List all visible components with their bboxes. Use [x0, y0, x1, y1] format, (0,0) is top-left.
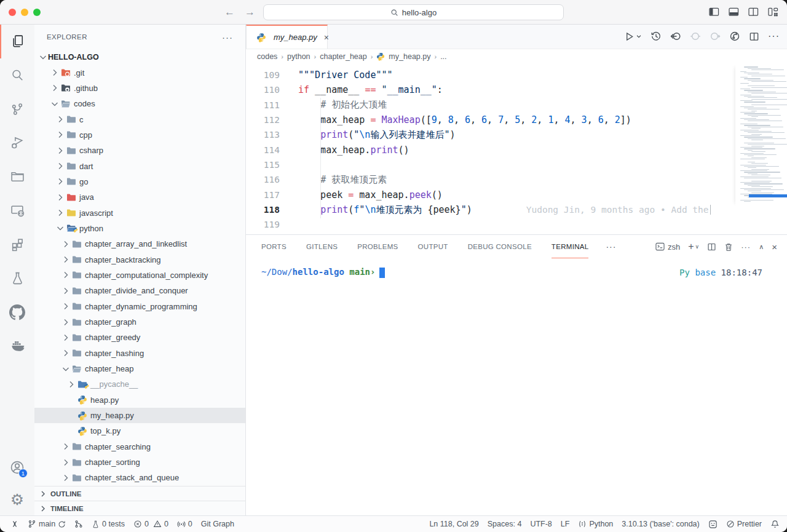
- terminal[interactable]: ~/Dow/hello-algo main› Py base 18:18:47: [246, 258, 787, 515]
- tree-item-javascript[interactable]: javascript: [34, 205, 245, 220]
- panel-more-tabs-icon[interactable]: ···: [606, 242, 616, 252]
- split-terminal-icon[interactable]: [707, 242, 716, 252]
- tree-item-cpp[interactable]: cpp: [34, 127, 245, 143]
- activity-extensions[interactable]: [0, 228, 34, 261]
- activity-explorer[interactable]: [0, 25, 34, 58]
- toggle-sidebar-icon[interactable]: [709, 7, 719, 17]
- breadcrumb-item[interactable]: codes: [257, 52, 277, 61]
- git-action-icon[interactable]: [729, 31, 740, 42]
- tree-item-csharp[interactable]: csharp: [34, 143, 245, 158]
- outline-section[interactable]: OUTLINE: [34, 486, 245, 501]
- panel-tab-debug-console[interactable]: DEBUG CONSOLE: [468, 235, 532, 258]
- tree-item-chapter-array-and-linkedlist[interactable]: chapter_array_and_linkedlist: [34, 236, 245, 252]
- status-encoding[interactable]: UTF-8: [526, 520, 556, 528]
- tree-item-chapter-dynamic-programming[interactable]: chapter_dynamic_programming: [34, 299, 245, 314]
- zoom-window-button[interactable]: [33, 9, 41, 16]
- activity-remote-explorer[interactable]: [0, 194, 34, 228]
- navigate-back-icon[interactable]: ←: [224, 6, 235, 18]
- close-panel-icon[interactable]: ×: [772, 242, 777, 252]
- terminal-profile[interactable]: zsh: [655, 242, 680, 252]
- forward-disabled-icon[interactable]: [710, 31, 721, 42]
- tree-item-chapter-divide-and-conquer[interactable]: chapter_divide_and_conquer: [34, 283, 245, 298]
- status-interpreter[interactable]: 3.10.13 ('base': conda): [617, 520, 703, 528]
- panel-more-actions-icon[interactable]: ···: [741, 242, 751, 252]
- status-notifications[interactable]: [766, 520, 780, 529]
- status-tests[interactable]: 0 tests: [87, 516, 129, 532]
- tree-item-chapter-computational-complexity[interactable]: chapter_computational_complexity: [34, 268, 245, 283]
- panel-tab-ports[interactable]: PORTS: [261, 235, 287, 258]
- tree-item-chapter-heap[interactable]: chapter_heap: [34, 361, 245, 376]
- tree-item-codes[interactable]: codes: [34, 96, 245, 111]
- status-extension-box[interactable]: [704, 520, 722, 529]
- navigate-forward-icon[interactable]: →: [245, 6, 255, 18]
- tree-item-chapter-greedy[interactable]: chapter_greedy: [34, 330, 245, 345]
- status-indentation[interactable]: Spaces: 4: [483, 520, 526, 528]
- activity-project-folder[interactable]: [0, 160, 34, 194]
- status-language[interactable]: Python: [574, 520, 617, 528]
- close-window-button[interactable]: [9, 9, 16, 16]
- breadcrumb-item[interactable]: chapter_heap: [320, 52, 366, 61]
- back-disabled-icon[interactable]: [690, 31, 701, 42]
- close-tab-icon[interactable]: ×: [324, 33, 329, 42]
- status-problems[interactable]: 0 0: [129, 516, 173, 532]
- status-feedback[interactable]: 0: [173, 516, 197, 532]
- trash-icon[interactable]: [724, 242, 733, 252]
- remote-indicator[interactable]: [6, 516, 23, 532]
- activity-docker[interactable]: [0, 329, 34, 363]
- command-center-search[interactable]: hello-algo: [263, 4, 564, 20]
- new-terminal-button[interactable]: +∨: [688, 241, 699, 252]
- tab-my-heap-py[interactable]: my_heap.py ×: [246, 25, 328, 49]
- run-python-file-button[interactable]: [624, 31, 642, 42]
- panel-tab-problems[interactable]: PROBLEMS: [357, 235, 398, 258]
- status-git-graph[interactable]: Git Graph: [197, 516, 239, 532]
- status-cursor-position[interactable]: Ln 118, Col 29: [425, 520, 483, 528]
- timeline-history-icon[interactable]: [651, 31, 662, 42]
- status-branch[interactable]: main: [23, 516, 70, 532]
- breadcrumb-item[interactable]: ...: [440, 52, 446, 61]
- activity-accounts[interactable]: 1: [0, 451, 34, 483]
- minimap-slider[interactable]: [749, 194, 787, 197]
- minimap[interactable]: [735, 64, 787, 207]
- tree-item--git[interactable]: .git: [34, 65, 245, 80]
- tree-item--github[interactable]: .github: [34, 81, 245, 96]
- more-actions-icon[interactable]: ···: [768, 31, 780, 42]
- activity-search[interactable]: [0, 58, 34, 92]
- tree-item-my-heap-py[interactable]: my_heap.py: [34, 408, 245, 423]
- tree-item-java[interactable]: java: [34, 189, 245, 205]
- breadcrumb-item[interactable]: my_heap.py: [389, 52, 430, 61]
- tree-item--pycache-[interactable]: __pycache__: [34, 376, 245, 392]
- activity-run-debug[interactable]: [0, 126, 34, 160]
- tree-item-chapter-searching[interactable]: chapter_searching: [34, 439, 245, 455]
- tree-item-root[interactable]: HELLO-ALGO: [34, 49, 245, 65]
- tree-item-chapter-backtracking[interactable]: chapter_backtracking: [34, 252, 245, 267]
- activity-source-control[interactable]: [0, 92, 34, 126]
- tree-item-heap-py[interactable]: heap.py: [34, 392, 245, 408]
- maximize-panel-icon[interactable]: ∧: [759, 243, 764, 251]
- tree-item-top-k-py[interactable]: top_k.py: [34, 423, 245, 439]
- activity-testing[interactable]: [0, 261, 34, 295]
- split-editor-right-icon[interactable]: [748, 7, 759, 17]
- breadcrumb-item[interactable]: python: [287, 52, 310, 61]
- customize-layout-icon[interactable]: [768, 7, 778, 17]
- panel-tab-gitlens[interactable]: GITLENS: [306, 235, 338, 258]
- tree-item-go[interactable]: go: [34, 174, 245, 189]
- tree-item-c[interactable]: c: [34, 111, 245, 127]
- status-eol[interactable]: LF: [556, 520, 574, 528]
- tree-item-chapter-sorting[interactable]: chapter_sorting: [34, 455, 245, 470]
- tree-item-chapter-hashing[interactable]: chapter_hashing: [34, 346, 245, 361]
- tree-item-chapter-graph[interactable]: chapter_graph: [34, 314, 245, 330]
- code-editor[interactable]: 109"""Driver Code""" 110if __name__ == "…: [246, 64, 787, 234]
- activity-github[interactable]: [0, 295, 34, 329]
- panel-tab-output[interactable]: OUTPUT: [418, 235, 448, 258]
- split-editor-icon[interactable]: [749, 31, 759, 42]
- tree-item-python[interactable]: python: [34, 221, 245, 236]
- minimize-window-button[interactable]: [21, 9, 28, 16]
- status-git-graph-icon-item[interactable]: [70, 516, 87, 532]
- toggle-panel-icon[interactable]: [729, 7, 739, 17]
- explorer-more-actions[interactable]: ···: [222, 32, 233, 42]
- tree-item-chapter-stack-and-queue[interactable]: chapter_stack_and_queue: [34, 470, 245, 485]
- timeline-section[interactable]: TIMELINE: [34, 501, 245, 515]
- tree-item-dart[interactable]: dart: [34, 158, 245, 173]
- previous-change-icon[interactable]: [670, 31, 681, 42]
- panel-tab-terminal[interactable]: TERMINAL: [552, 235, 589, 258]
